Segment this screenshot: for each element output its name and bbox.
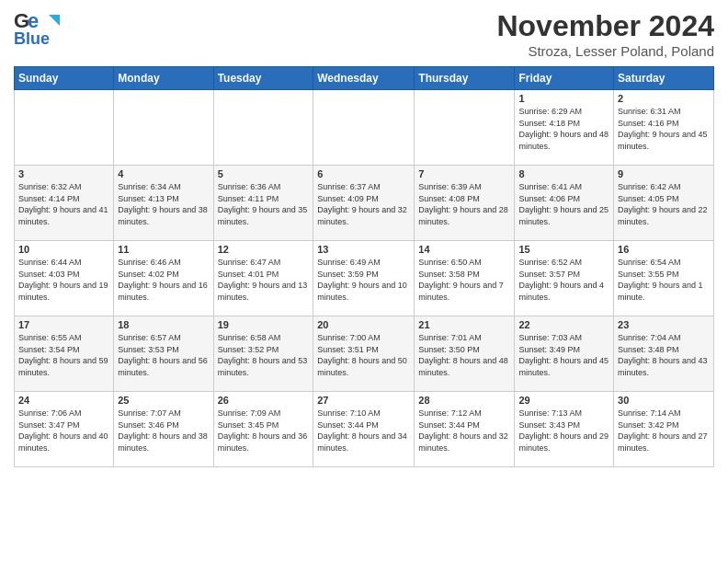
col-tuesday: Tuesday (213, 67, 313, 90)
day-number: 20 (317, 319, 410, 330)
table-row: 6Sunrise: 6:37 AM Sunset: 4:09 PM Daylig… (313, 166, 415, 241)
day-info: Sunrise: 6:49 AM Sunset: 3:59 PM Dayligh… (317, 257, 410, 303)
logo: G e Blue (14, 9, 63, 48)
day-number: 1 (518, 93, 609, 104)
day-number: 5 (218, 168, 310, 179)
table-row: 13Sunrise: 6:49 AM Sunset: 3:59 PM Dayli… (313, 241, 415, 316)
table-row (15, 90, 114, 166)
calendar-week-row: 24Sunrise: 7:06 AM Sunset: 3:47 PM Dayli… (15, 392, 714, 467)
table-row: 24Sunrise: 7:06 AM Sunset: 3:47 PM Dayli… (15, 392, 114, 467)
day-number: 6 (317, 168, 410, 179)
day-info: Sunrise: 6:47 AM Sunset: 4:01 PM Dayligh… (218, 257, 310, 303)
day-info: Sunrise: 7:04 AM Sunset: 3:48 PM Dayligh… (618, 332, 710, 378)
day-number: 25 (118, 395, 209, 406)
logo-icon: G e Blue (14, 9, 63, 48)
day-info: Sunrise: 7:06 AM Sunset: 3:47 PM Dayligh… (18, 408, 109, 454)
day-info: Sunrise: 6:32 AM Sunset: 4:14 PM Dayligh… (18, 181, 109, 227)
day-number: 2 (618, 93, 710, 104)
day-number: 8 (518, 168, 609, 179)
day-number: 3 (18, 168, 109, 179)
day-info: Sunrise: 6:46 AM Sunset: 4:02 PM Dayligh… (118, 257, 209, 303)
table-row: 20Sunrise: 7:00 AM Sunset: 3:51 PM Dayli… (313, 316, 415, 392)
table-row: 29Sunrise: 7:13 AM Sunset: 3:43 PM Dayli… (515, 392, 614, 467)
calendar-header-row: Sunday Monday Tuesday Wednesday Thursday… (15, 67, 714, 90)
col-saturday: Saturday (614, 67, 714, 90)
table-row: 14Sunrise: 6:50 AM Sunset: 3:58 PM Dayli… (415, 241, 515, 316)
table-row (114, 90, 213, 166)
day-info: Sunrise: 6:42 AM Sunset: 4:05 PM Dayligh… (618, 181, 710, 227)
table-row: 17Sunrise: 6:55 AM Sunset: 3:54 PM Dayli… (15, 316, 114, 392)
day-info: Sunrise: 7:12 AM Sunset: 3:44 PM Dayligh… (418, 408, 510, 454)
day-number: 17 (18, 319, 109, 330)
day-number: 28 (418, 395, 510, 406)
calendar-week-row: 10Sunrise: 6:44 AM Sunset: 4:03 PM Dayli… (15, 241, 714, 316)
day-number: 7 (418, 168, 510, 179)
table-row: 21Sunrise: 7:01 AM Sunset: 3:50 PM Dayli… (415, 316, 515, 392)
table-row: 8Sunrise: 6:41 AM Sunset: 4:06 PM Daylig… (515, 166, 614, 241)
day-info: Sunrise: 6:50 AM Sunset: 3:58 PM Dayligh… (418, 257, 510, 303)
day-number: 4 (118, 168, 209, 179)
day-info: Sunrise: 7:09 AM Sunset: 3:45 PM Dayligh… (218, 408, 310, 454)
col-sunday: Sunday (15, 67, 114, 90)
calendar-week-row: 1Sunrise: 6:29 AM Sunset: 4:18 PM Daylig… (15, 90, 714, 166)
day-info: Sunrise: 6:36 AM Sunset: 4:11 PM Dayligh… (218, 181, 310, 227)
table-row (313, 90, 415, 166)
col-friday: Friday (515, 67, 614, 90)
day-number: 10 (18, 244, 109, 255)
table-row: 18Sunrise: 6:57 AM Sunset: 3:53 PM Dayli… (114, 316, 213, 392)
day-number: 21 (418, 319, 510, 330)
day-number: 26 (218, 395, 310, 406)
table-row: 27Sunrise: 7:10 AM Sunset: 3:44 PM Dayli… (313, 392, 415, 467)
table-row: 4Sunrise: 6:34 AM Sunset: 4:13 PM Daylig… (114, 166, 213, 241)
col-thursday: Thursday (415, 67, 515, 90)
day-number: 12 (218, 244, 310, 255)
table-row: 3Sunrise: 6:32 AM Sunset: 4:14 PM Daylig… (15, 166, 114, 241)
day-info: Sunrise: 6:52 AM Sunset: 3:57 PM Dayligh… (518, 257, 609, 303)
day-info: Sunrise: 6:44 AM Sunset: 4:03 PM Dayligh… (18, 257, 109, 303)
day-info: Sunrise: 6:58 AM Sunset: 3:52 PM Dayligh… (218, 332, 310, 378)
location-subtitle: Stroza, Lesser Poland, Poland (496, 43, 714, 59)
day-info: Sunrise: 7:00 AM Sunset: 3:51 PM Dayligh… (317, 332, 410, 378)
day-info: Sunrise: 6:29 AM Sunset: 4:18 PM Dayligh… (518, 106, 609, 152)
page-header: G e Blue November 2024 Stroza, Lesser Po… (14, 9, 714, 59)
table-row: 1Sunrise: 6:29 AM Sunset: 4:18 PM Daylig… (515, 90, 614, 166)
day-number: 23 (618, 319, 710, 330)
table-row: 23Sunrise: 7:04 AM Sunset: 3:48 PM Dayli… (614, 316, 714, 392)
day-number: 16 (618, 244, 710, 255)
table-row: 16Sunrise: 6:54 AM Sunset: 3:55 PM Dayli… (614, 241, 714, 316)
day-number: 18 (118, 319, 209, 330)
day-number: 19 (218, 319, 310, 330)
day-info: Sunrise: 6:57 AM Sunset: 3:53 PM Dayligh… (118, 332, 209, 378)
day-number: 30 (618, 395, 710, 406)
day-info: Sunrise: 7:10 AM Sunset: 3:44 PM Dayligh… (317, 408, 410, 454)
table-row: 26Sunrise: 7:09 AM Sunset: 3:45 PM Dayli… (213, 392, 313, 467)
day-info: Sunrise: 6:34 AM Sunset: 4:13 PM Dayligh… (118, 181, 209, 227)
day-info: Sunrise: 6:31 AM Sunset: 4:16 PM Dayligh… (618, 106, 710, 152)
day-info: Sunrise: 6:39 AM Sunset: 4:08 PM Dayligh… (418, 181, 510, 227)
day-number: 13 (317, 244, 410, 255)
day-number: 15 (518, 244, 609, 255)
day-info: Sunrise: 6:55 AM Sunset: 3:54 PM Dayligh… (18, 332, 109, 378)
logo-svg: G e Blue (14, 9, 63, 48)
day-number: 14 (418, 244, 510, 255)
table-row: 5Sunrise: 6:36 AM Sunset: 4:11 PM Daylig… (213, 166, 313, 241)
table-row: 28Sunrise: 7:12 AM Sunset: 3:44 PM Dayli… (415, 392, 515, 467)
table-row: 9Sunrise: 6:42 AM Sunset: 4:05 PM Daylig… (614, 166, 714, 241)
col-wednesday: Wednesday (313, 67, 415, 90)
table-row (213, 90, 313, 166)
svg-marker-3 (49, 15, 60, 26)
table-row: 15Sunrise: 6:52 AM Sunset: 3:57 PM Dayli… (515, 241, 614, 316)
day-info: Sunrise: 7:13 AM Sunset: 3:43 PM Dayligh… (518, 408, 609, 454)
month-title: November 2024 (496, 9, 714, 43)
table-row: 2Sunrise: 6:31 AM Sunset: 4:16 PM Daylig… (614, 90, 714, 166)
svg-text:Blue: Blue (14, 29, 50, 48)
table-row: 12Sunrise: 6:47 AM Sunset: 4:01 PM Dayli… (213, 241, 313, 316)
table-row: 25Sunrise: 7:07 AM Sunset: 3:46 PM Dayli… (114, 392, 213, 467)
day-number: 9 (618, 168, 710, 179)
table-row (415, 90, 515, 166)
title-block: November 2024 Stroza, Lesser Poland, Pol… (496, 9, 714, 59)
calendar-week-row: 17Sunrise: 6:55 AM Sunset: 3:54 PM Dayli… (15, 316, 714, 392)
day-number: 11 (118, 244, 209, 255)
table-row: 30Sunrise: 7:14 AM Sunset: 3:42 PM Dayli… (614, 392, 714, 467)
calendar-table: Sunday Monday Tuesday Wednesday Thursday… (14, 66, 714, 467)
